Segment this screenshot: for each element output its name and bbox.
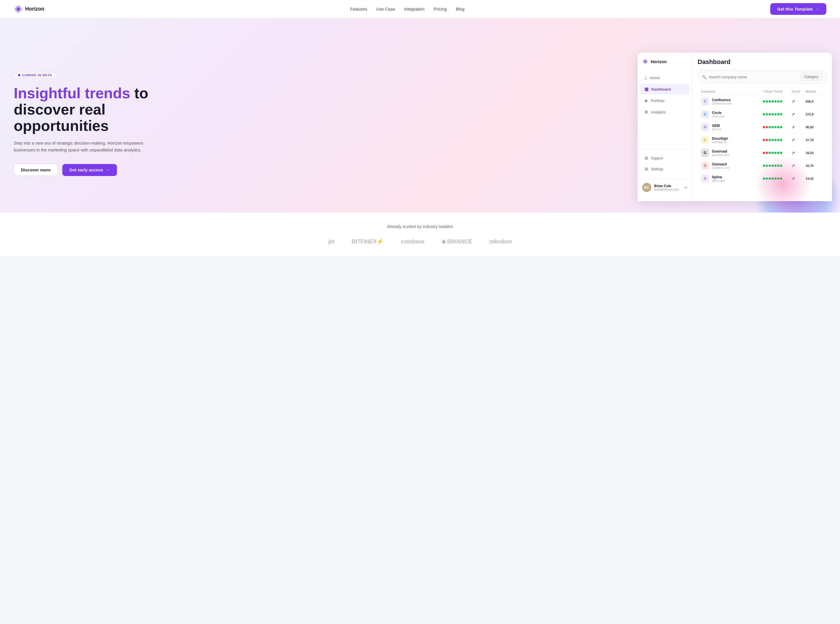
company-cell: S Spline spline.app	[701, 175, 763, 182]
trend-dots	[763, 139, 791, 141]
company-domain: gumroad.com	[712, 153, 729, 157]
avatar: BC	[642, 183, 651, 192]
company-domain: confluence.com	[712, 102, 732, 105]
company-name: Confluence	[712, 98, 732, 102]
table-row: O Outreach outreach.com ↗ 32,76	[698, 159, 826, 172]
trusted-title: Already trusted by industry leaders	[14, 224, 826, 229]
market-value: 836,5	[806, 100, 823, 103]
trend-dots	[763, 126, 791, 128]
company-cell: C Confluence confluence.com	[701, 97, 763, 105]
category-button[interactable]: Category	[801, 73, 822, 81]
logout-icon[interactable]: ⇥	[684, 185, 687, 190]
company-name: Outreach	[712, 162, 729, 166]
company-domain: spline.app	[712, 179, 725, 182]
nav-integration[interactable]: Integration	[404, 6, 425, 11]
table-row: D DocuSign docusign.co ↗ 37,78	[698, 134, 826, 147]
nav-links: Features Use Case Integration Pricing Bl…	[350, 6, 465, 11]
company-cell: C Circle circle.com	[701, 110, 763, 118]
brand-bitfinex: BITFINEX⚡	[352, 238, 384, 245]
brand-coinbase: coinbase	[401, 238, 424, 245]
hero-subtext: Step into a new era of strategic decisio…	[14, 140, 145, 153]
market-value: 14,42	[806, 177, 823, 180]
trend-arrow: ↗	[791, 151, 806, 155]
hero-right: Horizon ⌂ Home ▦ Dashboard ◈ Portfolio	[162, 47, 826, 201]
trend-dots	[763, 165, 791, 167]
company-cell: O Outreach outreach.com	[701, 162, 763, 170]
company-logo: G	[701, 123, 709, 131]
sidebar-item-analytics[interactable]: ⊕ Analytics	[640, 107, 689, 117]
trend-arrow: ↗	[791, 138, 806, 142]
company-cell: G Gumroad gumroad.com	[701, 149, 763, 157]
trusted-section: Already trusted by industry leaders jet …	[0, 213, 840, 256]
nav-usecase[interactable]: Use Case	[376, 6, 395, 11]
sidebar-item-portfolio[interactable]: ◈ Portfolio	[640, 95, 689, 106]
market-value: 34,02	[806, 151, 823, 154]
trend-arrow: ↗	[791, 99, 806, 104]
dashboard-title: Dashboard	[698, 58, 826, 66]
nav-logo: Horizon	[14, 5, 44, 14]
sidebar-item-support[interactable]: ⚙ Support	[640, 153, 689, 164]
company-logo: S	[701, 175, 709, 182]
brands-row: jet BITFINEX⚡ coinbase ◆ BINANCE mkraken	[14, 238, 826, 245]
company-name: Circle	[712, 111, 725, 115]
company-logo: C	[701, 97, 709, 105]
trend-arrow: ↗	[791, 176, 806, 181]
discover-more-button[interactable]: Discover more	[14, 164, 58, 176]
trend-dots	[763, 100, 791, 103]
market-value: 90,85	[806, 125, 823, 129]
brand-jet: jet	[328, 238, 334, 245]
sidebar-item-dashboard[interactable]: ▦ Dashboard	[640, 84, 689, 94]
company-domain: gem.co	[712, 128, 721, 131]
dashboard-sidebar: Horizon ⌂ Home ▦ Dashboard ◈ Portfolio	[637, 53, 692, 201]
trend-dots	[763, 178, 791, 180]
nav-blog[interactable]: Blog	[456, 6, 465, 11]
beta-dot	[18, 74, 20, 76]
trend-dots	[763, 152, 791, 154]
beta-badge: COMING IN BETA	[14, 72, 56, 78]
home-icon: ⌂	[644, 76, 647, 80]
company-logo: O	[701, 162, 709, 170]
search-input[interactable]	[709, 75, 798, 79]
get-early-access-button[interactable]: Get early access →	[62, 164, 117, 176]
dashboard-card: Horizon ⌂ Home ▦ Dashboard ◈ Portfolio	[637, 53, 832, 201]
brand-kraken: mkraken	[489, 238, 512, 245]
analytics-icon: ⊕	[644, 110, 648, 114]
sidebar-logo-icon	[642, 58, 648, 65]
portfolio-icon: ◈	[644, 98, 648, 103]
user-email: brian@horizon.com	[654, 188, 681, 191]
navbar: Horizon Features Use Case Integration Pr…	[0, 0, 840, 18]
market-value: 37,78	[806, 138, 823, 142]
user-name: Brian Cole	[654, 184, 681, 188]
trend-arrow: ↗	[791, 112, 806, 117]
hero-left: COMING IN BETA Insightful trends to disc…	[14, 72, 162, 176]
user-info: Brian Cole brian@horizon.com	[654, 184, 681, 191]
market-value: 32,76	[806, 164, 823, 167]
sidebar-user: BC Brian Cole brian@horizon.com ⇥	[637, 179, 691, 195]
sidebar-nav: ⌂ Home ▦ Dashboard ◈ Portfolio ⊕ Analyti…	[637, 70, 691, 149]
market-value: 272,8	[806, 113, 823, 116]
company-cell: D DocuSign docusign.co	[701, 136, 763, 144]
brand-binance: ◆ BINANCE	[441, 238, 472, 245]
company-domain: circle.com	[712, 115, 725, 118]
search-icon: 🔍	[702, 75, 707, 79]
trend-arrow: ↗	[791, 164, 806, 168]
company-logo: G	[701, 149, 709, 157]
get-template-button[interactable]: Get this Template →	[770, 3, 826, 15]
company-cell: G GEM gem.co	[701, 123, 763, 131]
company-name: GEM	[712, 124, 721, 128]
company-logo: D	[701, 136, 709, 144]
hero-buttons: Discover more Get early access →	[14, 164, 162, 176]
sidebar-item-home[interactable]: ⌂ Home	[640, 73, 689, 83]
company-name: DocuSign	[712, 137, 728, 141]
nav-features[interactable]: Features	[350, 6, 367, 11]
support-icon: ⚙	[644, 156, 648, 161]
table-body: C Confluence confluence.com ↗ 836,5 C Ci…	[698, 95, 826, 185]
table-row: G Gumroad gumroad.com ↗ 34,02	[698, 147, 826, 159]
table-header: Company 7 Days Trend Trend Market	[698, 88, 826, 95]
company-name: Gumroad	[712, 150, 729, 153]
sidebar-item-settings[interactable]: ⚙ Settings	[640, 164, 689, 175]
table-row: S Spline spline.app ↗ 14,42	[698, 172, 826, 185]
dashboard-icon: ▦	[644, 86, 648, 92]
dashboard-main: Dashboard 🔍 Category Company 7 Days Tren…	[692, 53, 832, 201]
nav-pricing[interactable]: Pricing	[434, 6, 447, 11]
